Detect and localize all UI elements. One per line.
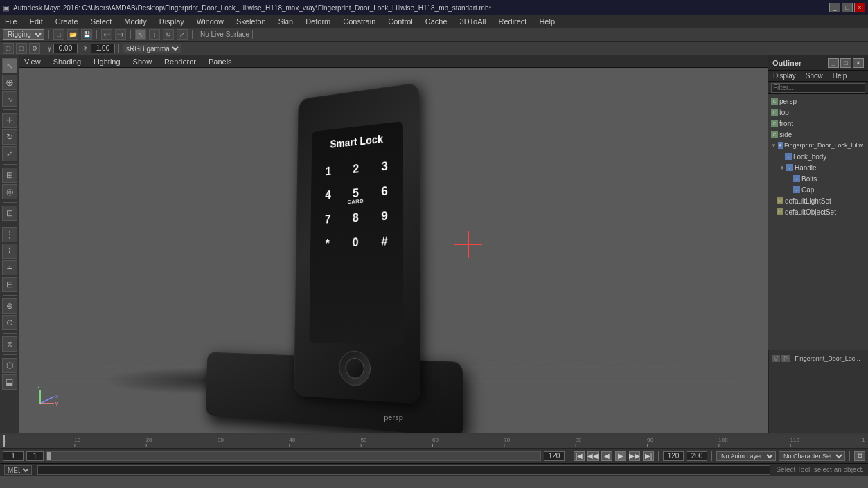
menu-edit[interactable]: Edit [28,17,45,26]
menu-window[interactable]: Window [195,17,226,26]
rotate-icon[interactable]: ↻ [2,129,17,145]
paint-tool-icon[interactable]: ⊕ [2,75,17,90]
outliner-maximize-button[interactable]: □ [840,58,851,68]
move-icon[interactable]: ✛ [2,113,17,128]
outliner-menu-help[interactable]: Help [831,72,849,80]
anim-layer-dropdown[interactable]: No Anim Layer [716,451,776,461]
close-button[interactable]: × [854,3,865,12]
current-frame-input[interactable] [3,451,24,461]
timeline-ruler[interactable]: 1 10 20 30 40 50 60 70 [0,433,868,448]
maximize-button[interactable]: □ [842,3,853,12]
undo-button[interactable]: ↩ [101,29,112,40]
scale-tool-button[interactable]: ⤢ [177,29,188,40]
history-icon[interactable]: ⧖ [2,336,17,352]
select-tool-button[interactable]: ↖ [135,29,146,40]
menu-skin[interactable]: Skin [276,17,295,26]
gamma-input[interactable] [53,44,78,53]
menu-control[interactable]: Control [386,17,414,26]
panels-view[interactable]: View [22,57,43,66]
menu-select[interactable]: Select [89,17,114,26]
outliner-close-button[interactable]: × [853,58,864,68]
range-start-input[interactable] [26,451,44,461]
soft-select-icon[interactable]: ◎ [2,184,17,199]
outliner-item-front[interactable]: C front [768,118,868,129]
step-back-button[interactable]: ◀◀ [587,451,599,461]
menu-display[interactable]: Display [157,17,186,26]
snap-curve-icon[interactable]: ⌇ [2,244,17,259]
open-scene-button[interactable]: 📂 [67,29,78,40]
anim-options-button[interactable]: ⚙ [854,451,865,461]
outliner-item-default-object-set[interactable]: ▶ ⊡ defaultObjectSet [768,206,868,217]
menu-deform[interactable]: Deform [303,17,333,26]
menu-cache[interactable]: Cache [423,17,450,26]
outliner-minimize-button[interactable]: _ [828,58,839,68]
translate-tool-button[interactable]: ↕ [149,29,160,40]
menu-constrain[interactable]: Constrain [341,17,378,26]
outliner-item-lock-body[interactable]: ▶ - Lock_body [768,151,868,162]
snap-point-icon[interactable]: ∸ [2,260,17,275]
go-end-button[interactable]: ▶| [643,451,654,461]
minimize-button[interactable]: _ [829,3,840,12]
menu-file[interactable]: File [3,17,19,26]
timeline-track[interactable]: 1 10 20 30 40 50 60 70 [3,435,865,447]
menu-create[interactable]: Create [53,17,80,26]
script-input[interactable] [37,465,770,475]
outliner-item-cap[interactable]: ▶ - Cap [768,184,868,195]
go-start-button[interactable]: |◀ [574,451,585,461]
outliner-item-side[interactable]: C side [768,129,868,140]
end-frame-input[interactable] [687,451,707,461]
max-frame-input[interactable] [663,451,684,461]
panels-renderer[interactable]: Renderer [162,57,198,66]
show-render-settings-button[interactable]: ⚙ [29,43,40,54]
key-9[interactable]: 9 [373,206,397,226]
show-manip-icon[interactable]: ⊡ [2,206,17,221]
rotate-tool-button[interactable]: ↻ [163,29,174,40]
outliner-item-default-light-set[interactable]: ▶ ⊡ defaultLightSet [768,195,868,206]
next-frame-button[interactable]: ▶▶ [629,451,640,461]
outliner-menu-display[interactable]: Display [771,72,798,80]
gimbal-icon[interactable]: ⊙ [2,315,17,330]
menu-modify[interactable]: Modify [122,17,148,26]
panels-panels[interactable]: Panels [206,57,234,66]
render-region-icon[interactable]: ⬡ [2,358,17,373]
key-3[interactable]: 3 [373,156,397,177]
outliner-item-fingerprint-lock[interactable]: ▼ ★ Fingerprint_Door_Lock_Liliw... [768,140,868,151]
snap-view-icon[interactable]: ⊟ [2,277,17,292]
redo-button[interactable]: ↪ [115,29,126,40]
panels-shading[interactable]: Shading [51,57,83,66]
key-2[interactable]: 2 [344,159,368,179]
panels-show[interactable]: Show [131,57,154,66]
outliner-item-persp[interactable]: C persp [768,96,868,107]
menu-skeleton[interactable]: Skeleton [234,17,268,26]
quick-select-icon[interactable]: ⬓ [2,374,17,390]
range-end-input[interactable] [544,451,565,461]
menu-help[interactable]: Help [537,17,557,26]
timeline-range-track[interactable] [46,451,541,461]
world-space-icon[interactable]: ⊕ [2,298,17,314]
viewport[interactable]: View Shading Lighting Show Renderer Pane… [19,55,768,433]
key-8[interactable]: 8 [344,207,367,228]
key-4[interactable]: 4 [317,185,339,205]
key-0[interactable]: 0 [344,232,367,252]
key-star[interactable]: * [316,233,339,253]
exposure-input[interactable] [91,44,115,53]
new-scene-button[interactable]: □ [53,29,64,40]
outliner-item-bolts[interactable]: ▶ - Bolts [768,173,868,184]
snap-grid-icon[interactable]: ⋮ [2,227,17,242]
menu-redirect[interactable]: Redirect [496,17,529,26]
key-7[interactable]: 7 [317,209,339,229]
outliner-item-top[interactable]: C top [768,107,868,118]
key-hash[interactable]: # [372,231,396,251]
key-6[interactable]: 6 [373,181,397,202]
key-5-card[interactable]: 5 CARD [344,183,368,204]
save-scene-button[interactable]: 💾 [81,29,92,40]
prev-frame-button[interactable]: ◀ [601,451,612,461]
outliner-menu-show[interactable]: Show [804,72,825,80]
outliner-item-handle[interactable]: ▼ - Handle [768,162,868,173]
mode-dropdown[interactable]: Rigging [3,29,44,40]
script-mode-dropdown[interactable]: MEL Python [4,465,32,475]
lasso-tool-icon[interactable]: ∿ [2,91,17,107]
scale-icon[interactable]: ⤢ [2,146,17,161]
render-view-button[interactable]: ⬡ [3,43,14,54]
key-1[interactable]: 1 [317,161,340,181]
